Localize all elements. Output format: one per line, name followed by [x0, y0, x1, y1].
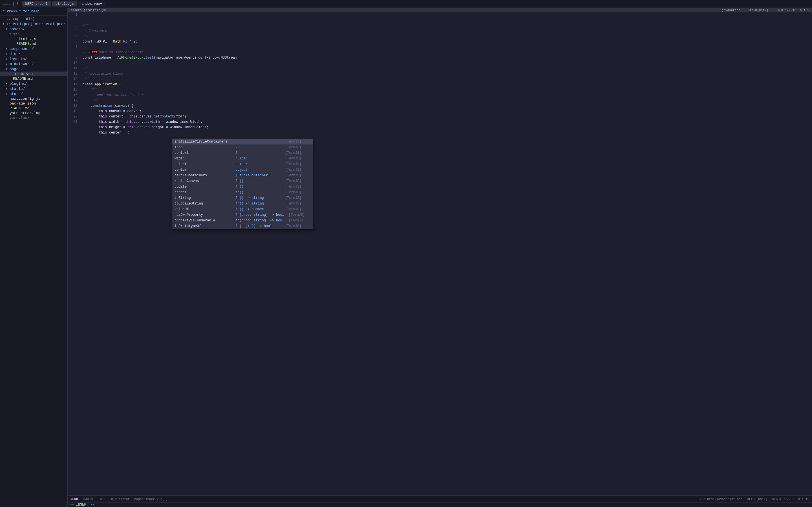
tree-item[interactable]: yarn-error.log	[0, 111, 67, 115]
line-number: 6	[68, 39, 78, 45]
autocomplete-source: [TernJS]	[285, 207, 301, 212]
tree-label: dist/	[10, 52, 20, 56]
autocomplete-item[interactable]: hasOwnPropertyfn(prop: string) -> bool[T…	[172, 212, 313, 218]
autocomplete-name: width	[174, 156, 231, 161]
autocomplete-source: [TernJS]	[285, 195, 301, 201]
tree-label: middleware/	[10, 62, 34, 66]
code-line: ~	[83, 18, 812, 23]
tab-indexvue[interactable]: index.vue+	[79, 1, 105, 6]
autocomplete-name: update	[174, 184, 231, 189]
tree-item[interactable]: README.md	[0, 106, 67, 111]
tree-label: circle.js	[16, 37, 36, 41]
autocomplete-type: fn() -> string	[236, 195, 281, 201]
autocomplete-item[interactable]: renderfn()[TernJS]	[172, 189, 313, 195]
tree-arrow	[6, 47, 9, 51]
tree-item[interactable]: middleware/	[0, 61, 67, 66]
tree-item[interactable]: assets/	[0, 26, 67, 32]
autocomplete-item[interactable]: propertyIsEnumerablefn(prop: string) -> …	[172, 218, 313, 223]
autocomplete-type: fn()	[236, 179, 281, 184]
tree-item[interactable]: dist/	[0, 51, 67, 56]
autocomplete-source: [TernJS]	[285, 162, 301, 167]
autocomplete-item[interactable]: widthnumber[TernJS]	[172, 156, 313, 161]
tree-label: .. (up a dir)	[6, 17, 35, 21]
autocomplete-type: ?	[236, 151, 281, 156]
code-lines[interactable]: ~~/** * Constants */const TWO_PI = Math.…	[80, 12, 812, 496]
tree-item[interactable]: static/	[0, 86, 67, 91]
autocomplete-name: initializeCircleContainers	[174, 139, 231, 144]
tree-item[interactable]: </avral/projects/avral.pro/	[0, 21, 67, 26]
autocomplete-item[interactable]: isPrototypeOffn(obj: ?) -> bool[TernJS]	[172, 223, 313, 229]
autocomplete-item[interactable]: resizeCanvasfn()[TernJS]	[172, 178, 313, 184]
tree-item[interactable]: nuxt.config.js	[0, 96, 67, 101]
autocomplete-item[interactable]: heightnumber[TernJS]	[172, 161, 313, 167]
tab-circlejs[interactable]: circle.js	[52, 1, 77, 6]
tree-item[interactable]: .. (up a dir)	[0, 17, 67, 21]
autocomplete-source: [TernJS]	[285, 184, 301, 189]
tree-item[interactable]: README.md	[0, 76, 67, 81]
autocomplete-name: loop	[174, 145, 231, 150]
tree-item[interactable]: plugins/	[0, 81, 67, 86]
autocomplete-item[interactable]: updatefn()[TernJS]	[172, 184, 313, 189]
code-line: class Application {	[83, 82, 812, 87]
autocomplete-name: circleContainers	[174, 173, 231, 178]
autocomplete-type: fn() -> string	[236, 201, 281, 206]
tree-item[interactable]: package.json	[0, 101, 67, 106]
code-line: this.width = this.canvas.width = window.…	[83, 119, 812, 125]
code-line: /**	[83, 66, 812, 71]
tree-arrow	[6, 57, 9, 61]
code-line: * Application constructor	[83, 93, 812, 98]
code-line: this.canvas = canvas;	[83, 109, 812, 114]
code-line: * Constants	[83, 29, 812, 34]
autocomplete-item[interactable]: centerobject[TernJS]	[172, 167, 313, 173]
line-number: 7	[68, 45, 78, 50]
file-tree: .. (up a dir)</avral/projects/avral.pro/…	[0, 15, 67, 507]
autocomplete-source: [TernJS]	[285, 151, 301, 156]
tree-label: plugins/	[10, 82, 27, 86]
autocomplete-type: number	[236, 162, 281, 167]
tab-nerdtree[interactable]: NERD_tree_1	[22, 1, 51, 6]
code-line: ~	[83, 12, 812, 18]
tree-item[interactable]: js/	[0, 32, 67, 37]
autocomplete-type: [CircleContainer]	[236, 173, 281, 178]
autocomplete-source: [TernJS]	[285, 179, 301, 184]
autocomplete-type: number	[236, 156, 281, 161]
autocomplete-item[interactable]: initializeCircleContainers[TernJS]	[172, 139, 313, 145]
line-number: 11	[68, 66, 78, 71]
autocomplete-item[interactable]: context?[TernJS]	[172, 150, 313, 156]
autocomplete-item[interactable]: toLocaleStringfn() -> string[TernJS]	[172, 201, 313, 207]
autocomplete-source: [TernJS]	[285, 139, 301, 144]
line-number: 12	[68, 71, 78, 76]
tree-item[interactable]: store/	[0, 91, 67, 96]
tree-item[interactable]: README.md	[0, 41, 67, 46]
tree-item[interactable]: components/	[0, 46, 67, 51]
code-line	[83, 61, 812, 66]
code-line: /**	[83, 87, 812, 93]
autocomplete-type: fn() -> number	[236, 207, 281, 212]
tab-indexvue-label: index.vue+	[82, 2, 102, 6]
autocomplete-source: [TernJS]	[285, 145, 301, 150]
code-line: const isIphone = /iPhone|iPod/.test(navi…	[83, 55, 812, 61]
git-status: +0 ~0 -0 ℙ master	[98, 497, 130, 501]
autocomplete-name: toString	[174, 195, 231, 201]
tree-item[interactable]: circle.js	[0, 37, 67, 41]
tree-item[interactable]: yarn.lock	[0, 115, 67, 120]
tree-item[interactable]: layouts/	[0, 56, 67, 61]
tree-item[interactable]: pages/	[0, 66, 67, 71]
autocomplete-name: context	[174, 151, 231, 156]
tree-arrow	[6, 52, 9, 56]
autocomplete-item[interactable]: valueOffn() -> number[TernJS]	[172, 207, 313, 212]
editor-content[interactable]: 123456789101112131415161718192021 ~~/** …	[68, 12, 812, 496]
autocomplete-name: isPrototypeOf	[174, 224, 231, 229]
autocomplete-item[interactable]: loop?[TernJS]	[172, 145, 313, 150]
autocomplete-item[interactable]: circleContainers[CircleContainer][TernJS…	[172, 173, 313, 178]
tree-item[interactable]: index.vue	[0, 71, 67, 76]
autocomplete-type: ?	[236, 145, 281, 150]
autocomplete-type: fn(prop: string) -> bool	[236, 212, 284, 217]
line-number: 17	[68, 98, 78, 103]
vim-mode-label: -- INSERT --	[70, 503, 94, 507]
line-number: 15	[68, 87, 78, 93]
tree-arrow	[2, 22, 6, 26]
autocomplete-popup[interactable]: initializeCircleContainers[TernJS]loop?[…	[172, 138, 313, 229]
line-number: 8	[68, 50, 78, 55]
autocomplete-item[interactable]: toStringfn() -> string[TernJS]	[172, 195, 313, 201]
